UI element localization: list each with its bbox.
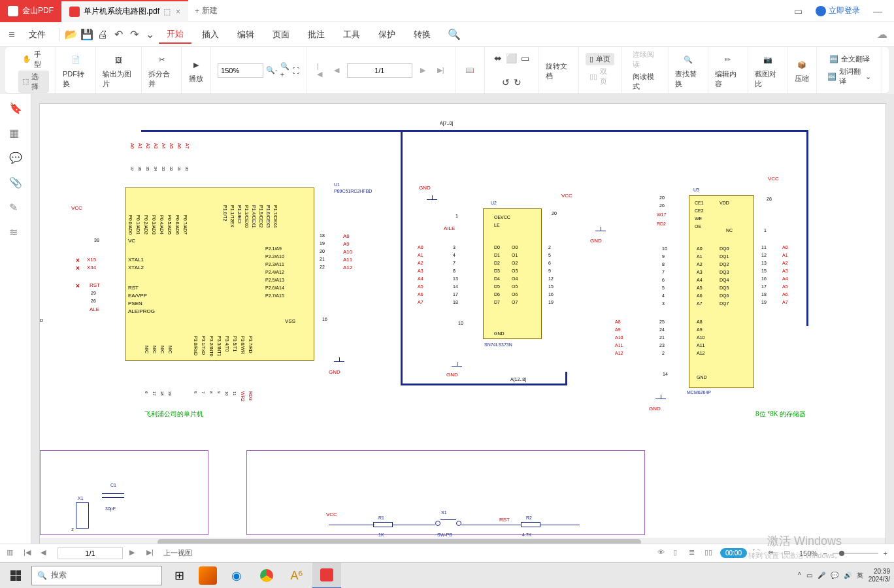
tray-notification-icon[interactable]: 💬 — [831, 572, 838, 579]
page-status-input[interactable] — [58, 547, 123, 559]
export-img-label[interactable]: 输出为图片 — [103, 69, 135, 89]
fit-icon[interactable]: ⛶ — [292, 67, 299, 74]
redo-icon[interactable]: ↷ — [127, 28, 141, 41]
dropdown-icon[interactable]: ⌄ — [143, 28, 156, 41]
tab-protect[interactable]: 保护 — [371, 26, 403, 43]
tray-chevron-icon[interactable]: ^ — [798, 572, 801, 579]
read-mode-button[interactable]: 阅读模式 — [629, 71, 662, 93]
continuous-button[interactable]: 连续阅读 — [629, 48, 662, 71]
word-translate-button[interactable]: 🔤 划词翻译 ⌄ — [823, 65, 875, 88]
play-icon[interactable]: ▶ — [188, 57, 204, 73]
tab-annotate[interactable]: 批注 — [300, 26, 333, 43]
compare-label[interactable]: 截图对比 — [755, 69, 781, 89]
zoom-out-icon[interactable]: 🔍- — [266, 66, 278, 74]
bookmark-icon[interactable]: 🔖 — [9, 102, 22, 115]
view-continuous-icon[interactable]: ≣ — [689, 548, 699, 559]
tab-insert[interactable]: 插入 — [194, 26, 227, 43]
print-icon[interactable]: 🖨 — [96, 28, 109, 41]
rotate-label[interactable]: 旋转文档 — [546, 61, 572, 81]
compress-icon[interactable]: 📦 — [794, 57, 810, 73]
taskbar-app-2[interactable]: A⁶ — [282, 563, 311, 589]
single-page-button[interactable]: ▯ 单页 — [586, 53, 614, 65]
translate-button[interactable]: 🔤 全文翻译 — [825, 53, 874, 65]
tab-tools[interactable]: 工具 — [335, 26, 368, 43]
fit-page-icon[interactable]: ⬜ — [506, 53, 517, 63]
prev-view-label[interactable]: 上一视图 — [163, 548, 192, 558]
signature-icon[interactable]: ✎ — [9, 201, 22, 214]
tab-start[interactable]: 开始 — [159, 25, 191, 44]
find-label[interactable]: 查找替换 — [675, 69, 701, 89]
new-tab-button[interactable]: + 新建 — [188, 5, 224, 16]
attachment-icon[interactable]: 📎 — [9, 176, 22, 189]
convert-label[interactable]: PDF转换 — [63, 69, 89, 89]
save-icon[interactable]: 💾 — [80, 28, 93, 41]
edit-content-icon[interactable]: ✏ — [720, 52, 736, 68]
taskbar-search[interactable]: 🔍 搜索 — [31, 566, 162, 585]
menu-icon[interactable]: ≡ — [5, 28, 18, 41]
file-menu[interactable]: 文件 — [21, 26, 54, 43]
page-input[interactable] — [347, 63, 412, 78]
view-dual-icon[interactable]: ▯▯ — [704, 548, 715, 559]
device-icon[interactable]: ▭ — [790, 6, 806, 16]
next-page-button[interactable]: ▶ — [416, 65, 429, 76]
open-icon[interactable]: 📂 — [65, 28, 78, 41]
zoom-in-status[interactable]: + — [884, 549, 887, 557]
task-view-icon[interactable]: ⊞ — [165, 563, 193, 589]
taskbar-chrome[interactable] — [252, 563, 281, 589]
split-merge-icon[interactable]: ✂ — [154, 52, 169, 68]
minimize-button[interactable]: — — [869, 6, 886, 16]
tray-clock[interactable]: 20:39 2024/3/ — [869, 568, 890, 583]
last-page-button[interactable]: ▶| — [433, 65, 448, 76]
actual-size-icon[interactable]: ▭ — [521, 53, 529, 63]
convert-icon[interactable]: 📄 — [68, 52, 84, 68]
taskbar-app-1[interactable] — [199, 566, 217, 585]
tray-mic-icon[interactable]: 🎤 — [818, 572, 825, 579]
edit-content-label[interactable]: 编辑内容 — [715, 69, 741, 89]
search-icon[interactable]: 🔍 — [448, 28, 461, 41]
play-label[interactable]: 播放 — [189, 74, 203, 84]
h-scrollbar[interactable] — [40, 538, 886, 544]
comment-icon[interactable]: 💬 — [9, 152, 22, 165]
taskbar-edge[interactable]: ◉ — [222, 563, 251, 589]
tab-pin-icon[interactable]: ⬚ — [163, 7, 171, 16]
layers-icon[interactable]: ≋ — [9, 226, 22, 239]
compare-icon[interactable]: 📷 — [760, 52, 776, 68]
undo-icon[interactable]: ↶ — [112, 28, 125, 41]
tab-edit[interactable]: 编辑 — [229, 26, 262, 43]
rotate-right-icon[interactable]: ↻ — [514, 77, 522, 88]
tab-convert[interactable]: 转换 — [406, 26, 439, 43]
zoom-select[interactable] — [218, 63, 263, 78]
split-merge-label[interactable]: 拆分合并 — [148, 69, 174, 89]
prev-page-button[interactable]: ◀ — [330, 65, 343, 76]
hand-tool-button[interactable]: ✋ 手型 — [18, 48, 49, 71]
find-icon[interactable]: 🔍 — [680, 52, 696, 68]
select-tool-button[interactable]: ⬚ 选择 — [18, 71, 49, 93]
sidebar-toggle-icon[interactable]: ▥ — [7, 548, 17, 559]
taskbar-pdf-app[interactable] — [312, 563, 341, 589]
rec-badge[interactable]: 00:00 — [720, 548, 747, 558]
eye-icon[interactable]: 👁 — [657, 548, 668, 559]
rotate-left-icon[interactable]: ↺ — [502, 77, 510, 88]
tab-page[interactable]: 页面 — [265, 26, 297, 43]
export-img-icon[interactable]: 🖼 — [110, 52, 126, 68]
tray-volume-icon[interactable]: 🔊 — [844, 572, 852, 579]
book-icon[interactable]: 📖 — [462, 63, 478, 78]
zoom-in-icon[interactable]: 🔍+ — [280, 62, 290, 78]
view-single-icon[interactable]: ▯ — [673, 548, 684, 559]
canvas-area[interactable]: A[7..0] A[12..8] U1 P89C51RC2HFBD 飞利浦公司的… — [31, 94, 894, 544]
thumbnail-icon[interactable]: ▦ — [9, 127, 22, 140]
last-page-status-icon[interactable]: ▶| — [146, 548, 157, 559]
close-tab-icon[interactable]: × — [176, 7, 180, 16]
first-page-status-icon[interactable]: |◀ — [24, 548, 34, 559]
login-button[interactable]: 立即登录 — [816, 5, 860, 16]
fit-width-icon[interactable]: ⬌ — [494, 53, 502, 63]
first-page-button[interactable]: |◀ — [313, 61, 326, 80]
cloud-icon[interactable]: ☁ — [876, 28, 889, 41]
tray-battery-icon[interactable]: ▭ — [806, 572, 812, 579]
document-tab[interactable]: 单片机系统电路图.pdf ⬚ × — [61, 0, 188, 22]
next-page-status-icon[interactable]: ▶ — [129, 548, 140, 559]
compress-label[interactable]: 压缩 — [795, 74, 809, 84]
dual-page-button[interactable]: ▯▯ 双页 — [586, 65, 615, 88]
prev-page-status-icon[interactable]: ◀ — [41, 548, 51, 559]
start-button[interactable] — [0, 563, 31, 589]
